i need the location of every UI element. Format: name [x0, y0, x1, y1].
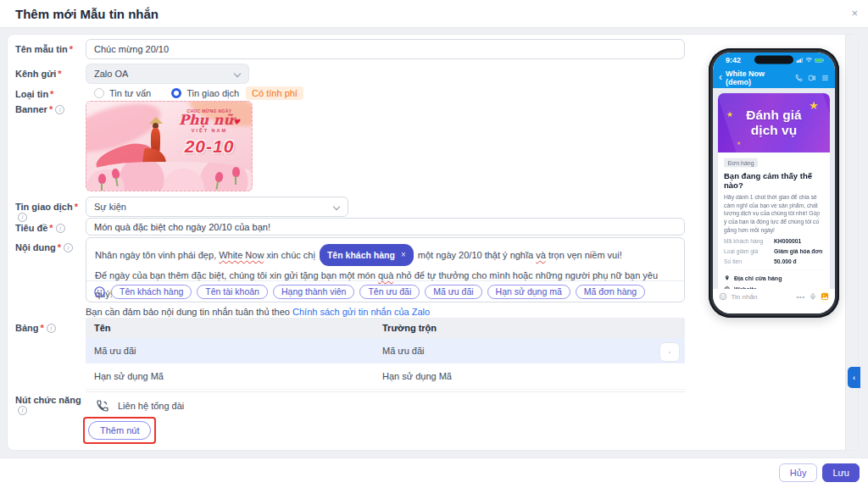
trash-icon [669, 347, 670, 358]
kv-row: Mã khách hàngKH000001 [724, 237, 824, 244]
phone-screen: 9:42 ‹ White Now (demo) [713, 53, 835, 313]
more-dots-icon: ••• [797, 293, 805, 300]
call-icon [795, 75, 803, 82]
message-type-label: Loại tin* [15, 89, 88, 99]
photo-icon [821, 292, 829, 301]
message-body: Hãy dành 1 chút thời gian để chia sẻ cảm… [724, 193, 824, 234]
signal-icon [797, 58, 804, 63]
merge-field-customer-name[interactable]: Tên khách hàng [111, 285, 192, 299]
txn-type-label: Tin giao dịch* [15, 202, 88, 222]
subject-label: Tiêu đề* [15, 223, 88, 233]
merge-table: Tên Trường trộn Mã ưu đãi Mã ưu đãi Hạn … [86, 318, 685, 390]
message-banner: ★ ★ ★ Đánh giá dịch vụ [718, 93, 830, 152]
info-icon [64, 243, 73, 252]
txn-type-select[interactable]: Sự kiện [86, 197, 348, 217]
star-icon: ★ [809, 99, 819, 113]
oa-name: White Now (demo) [726, 69, 792, 87]
merge-field-order-code[interactable]: Mã đơn hàng [576, 285, 645, 299]
battery-icon [815, 58, 824, 63]
merge-tag-chip[interactable]: Tên khách hàng× [320, 244, 414, 266]
chevron-left-icon: ‹ [853, 374, 855, 382]
chevron-down-icon [333, 203, 340, 210]
chat-header-icons [795, 75, 829, 82]
merge-field-offer-name[interactable]: Tên ưu đãi [359, 285, 420, 299]
phone-status-bar: 9:42 [713, 53, 835, 68]
table-row[interactable]: Hạn sử dụng Mã Hạn sử dụng Mã [86, 363, 685, 390]
radio-transaction[interactable]: Tin giao dịch [171, 88, 239, 98]
emoji-icon [719, 292, 727, 301]
zalo-policy-link[interactable]: Chính sách gửi tin nhắn của Zalo [292, 307, 430, 317]
phone-preview: 9:42 ‹ White Now (demo) [709, 48, 839, 318]
mic-icon [810, 293, 817, 301]
star-icon: ★ [726, 109, 733, 119]
kv-row: Số tiền50.000 đ [724, 258, 824, 264]
message-input-placeholder: Tin nhắn [732, 293, 793, 301]
page-title: Thêm mới Mẫu tin nhắn [15, 7, 159, 21]
back-icon: ‹ [719, 72, 722, 82]
kv-row: Loại giảm giáGiảm giá hóa đơn [724, 247, 824, 254]
radio-consult[interactable]: Tin tư vấn [94, 88, 151, 98]
banner-texts: CHÚC MỪNG NGÀY Phụ nữ♥ VIỆT NAM 20-10 [172, 108, 247, 157]
info-icon [56, 224, 65, 233]
divider [86, 391, 685, 392]
merge-field-offer-code[interactable]: Mã ưu đãi [425, 285, 481, 299]
modal-header: Thêm mới Mẫu tin nhắn × [0, 0, 868, 28]
pin-icon [724, 275, 731, 282]
delete-row-button[interactable] [659, 342, 680, 362]
merge-field-account-name[interactable]: Tên tài khoản [197, 285, 268, 299]
close-icon[interactable]: × [851, 7, 858, 19]
radio-on-icon [171, 88, 181, 98]
table-header: Tên Trường trộn [86, 318, 685, 338]
tulip-flower [98, 174, 106, 184]
remove-chip-icon[interactable]: × [401, 246, 406, 264]
status-time: 9:42 [726, 56, 741, 65]
tulip-flower [232, 167, 240, 177]
cancel-button[interactable]: Hủy [779, 463, 818, 482]
link-store-address: Địa chỉ cửa hàng [724, 274, 824, 281]
channel-select[interactable]: Zalo OA [86, 64, 249, 84]
policy-note: Bạn cần đảm bảo nội dung tin nhắn tuân t… [86, 307, 430, 317]
table-label: Bảng* [15, 323, 88, 333]
status-icons [797, 58, 825, 63]
info-icon [55, 105, 64, 114]
phone-call-icon [96, 399, 109, 413]
save-button[interactable]: Lưu [822, 463, 860, 482]
editor-toolbar: Tên khách hàng Tên tài khoản Hạng thành … [86, 280, 684, 302]
wifi-icon [806, 58, 813, 63]
chevron-down-icon [234, 70, 241, 77]
table-row[interactable]: Mã ưu đãi Mã ưu đãi [86, 338, 685, 363]
annotation-highlight: Thêm nút [83, 417, 156, 444]
info-icon [47, 324, 56, 333]
merge-field-member-tier[interactable]: Hạng thành viên [273, 285, 354, 299]
function-buttons-label: Nút chức năng [15, 395, 88, 415]
collapse-panel-button[interactable]: ‹ [848, 367, 860, 388]
template-name-label: Tên mẫu tin* [15, 44, 88, 54]
phone-chat-body: ★ ★ ★ Đánh giá dịch vụ Đơn hàng Bạn đang… [713, 88, 835, 313]
phone-input-area: Tin nhắn ••• [713, 289, 835, 313]
info-icon [18, 406, 27, 415]
menu-list-icon [821, 75, 829, 82]
content-editor[interactable]: Nhân ngày tôn vinh phái đẹp, White Now x… [86, 237, 685, 302]
fee-badge: Có tính phí [246, 86, 303, 100]
add-button-button[interactable]: Thêm nút [88, 421, 151, 440]
merge-field-code-expiry[interactable]: Hạn sử dụng mã [487, 285, 570, 299]
info-icon [18, 213, 27, 222]
radio-off-icon [94, 88, 104, 98]
banner-label: Banner* [15, 104, 88, 114]
modal-footer: Hủy Lưu [0, 458, 868, 488]
subject-input[interactable] [86, 218, 685, 236]
phone-chat-header: ‹ White Now (demo) [713, 68, 835, 88]
video-icon [809, 75, 816, 82]
order-tag: Đơn hàng [724, 158, 758, 168]
emoji-icon[interactable] [93, 286, 106, 298]
phone-notch [754, 56, 793, 64]
banner-title-line1: Đánh giá [746, 108, 801, 123]
message-card: ★ ★ ★ Đánh giá dịch vụ Đơn hàng Bạn đang… [718, 93, 830, 311]
content-label: Nội dung* [15, 242, 88, 252]
banner-image[interactable]: CHÚC MỪNG NGÀY Phụ nữ♥ VIỆT NAM 20-10 [86, 101, 253, 191]
channel-label: Kênh gửi* [15, 69, 88, 79]
function-button-item[interactable]: Liên hệ tổng đài [96, 399, 184, 413]
banner-clouds [86, 162, 253, 191]
message-title: Bạn đang cảm thấy thế nào? [724, 172, 824, 191]
template-name-input[interactable] [86, 39, 685, 59]
